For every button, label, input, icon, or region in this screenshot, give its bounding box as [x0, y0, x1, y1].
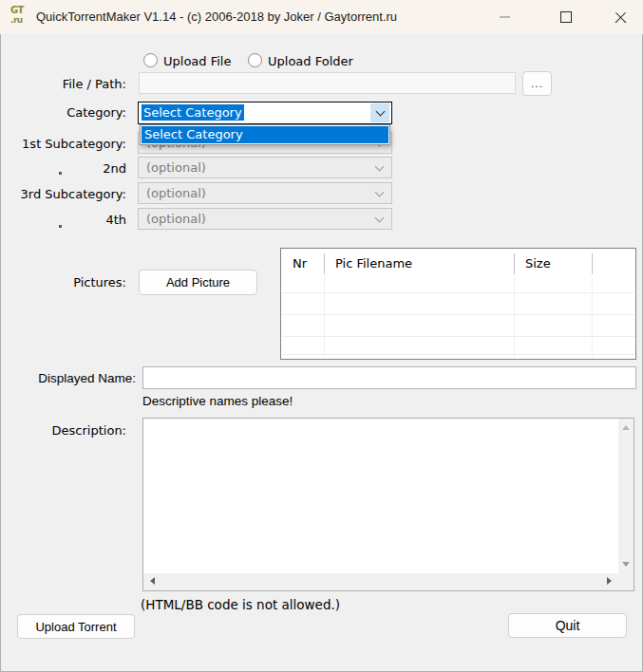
subcategory2-label: 2nd	[0, 161, 126, 176]
subcategory4-combobox[interactable]: (optional)	[138, 208, 392, 230]
title-bar[interactable]: GT .ru QuickTorrentMaker V1.14 - (c) 200…	[0, 0, 643, 34]
quit-button[interactable]: Quit	[508, 613, 627, 638]
category-selected-value: Select Category	[142, 104, 244, 121]
upload-torrent-button[interactable]: Upload Torrent	[17, 614, 135, 639]
category-dropdown-option[interactable]: Select Category	[142, 126, 388, 143]
row-gridline	[282, 354, 634, 355]
subcategory3-label: 3rd Subcategory:	[0, 187, 126, 201]
file-path-input[interactable]	[139, 72, 516, 94]
description-textarea[interactable]	[143, 419, 618, 573]
header-separator	[592, 253, 593, 274]
subcategory4-wrap-dot	[59, 225, 62, 228]
header-separator	[514, 253, 515, 274]
close-icon	[614, 10, 628, 25]
column-gridline	[592, 277, 593, 357]
app-icon-bottom: .ru	[10, 15, 33, 25]
scroll-down-icon[interactable]	[622, 562, 630, 567]
column-gridline	[514, 277, 515, 357]
add-picture-button[interactable]: Add Picture	[139, 270, 257, 295]
chevron-down-icon	[375, 188, 385, 197]
maximize-button[interactable]	[543, 0, 588, 34]
displayed-name-input[interactable]	[142, 366, 636, 389]
subcategory2-wrap-dot	[59, 172, 62, 175]
browse-button[interactable]: ...	[522, 71, 552, 96]
chevron-down-icon	[375, 162, 385, 172]
vertical-scrollbar[interactable]	[618, 419, 634, 573]
pictures-table-header-size[interactable]: Size	[525, 256, 551, 271]
pictures-table-header-nr[interactable]: Nr	[293, 256, 307, 271]
app-icon-top: GT	[10, 6, 33, 15]
file-path-label: File / Path:	[0, 77, 126, 91]
close-button[interactable]	[598, 0, 643, 34]
app-window: GT .ru QuickTorrentMaker V1.14 - (c) 200…	[0, 0, 643, 672]
description-label: Description:	[0, 423, 126, 438]
upload-file-radio-label[interactable]: Upload File	[163, 54, 231, 68]
upload-file-radio[interactable]	[143, 53, 158, 67]
scroll-right-icon[interactable]	[607, 577, 612, 585]
app-icon: GT .ru	[10, 6, 33, 28]
column-gridline	[324, 277, 325, 357]
displayed-name-hint: Descriptive names please!	[142, 394, 293, 408]
category-combobox[interactable]: Select Category	[138, 102, 392, 124]
scroll-up-icon[interactable]	[622, 425, 630, 430]
category-dropdown-list: Select Category	[140, 124, 390, 145]
row-gridline	[282, 314, 634, 315]
row-gridline	[282, 292, 634, 293]
pictures-table-header-filename[interactable]: Pic Filename	[335, 256, 412, 271]
row-gridline	[282, 336, 634, 337]
subcategory2-value: (optional)	[146, 160, 206, 175]
window-title: QuickTorrentMaker V1.14 - (c) 2006-2018 …	[36, 0, 397, 34]
subcategory3-combobox[interactable]: (optional)	[138, 182, 392, 204]
scrollbar-corner	[618, 573, 634, 590]
description-field	[142, 418, 634, 591]
minimize-button[interactable]	[482, 0, 527, 34]
upload-folder-radio-label[interactable]: Upload Folder	[268, 54, 353, 68]
category-dropdown-button[interactable]	[370, 103, 389, 122]
subcategory3-value: (optional)	[146, 186, 206, 200]
maximize-icon	[560, 11, 572, 23]
subcategory1-label: 1st Subcategory:	[0, 137, 126, 151]
category-label: Category:	[0, 105, 126, 120]
chevron-down-icon	[376, 107, 386, 117]
pictures-table[interactable]: Nr Pic Filename Size	[280, 248, 636, 360]
upload-folder-radio[interactable]	[248, 53, 262, 67]
horizontal-scrollbar[interactable]	[143, 573, 618, 590]
minimize-icon	[500, 16, 510, 18]
subcategory2-combobox[interactable]: (optional)	[138, 157, 392, 178]
description-note: (HTML/BB code is not allowed.)	[141, 597, 340, 612]
chevron-down-icon	[375, 214, 385, 223]
subcategory4-label: 4th	[0, 213, 126, 227]
header-separator	[324, 253, 325, 274]
subcategory4-value: (optional)	[146, 212, 206, 226]
displayed-name-label: Displayed Name:	[0, 371, 136, 385]
pictures-label: Pictures:	[0, 275, 126, 289]
scroll-left-icon[interactable]	[150, 577, 155, 585]
